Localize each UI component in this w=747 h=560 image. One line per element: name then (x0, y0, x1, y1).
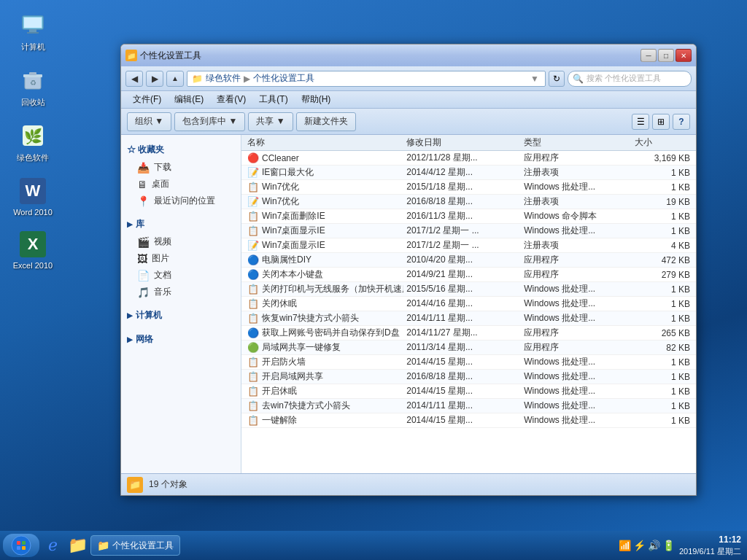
taskbar-explorer-icon[interactable]: 📁 (66, 534, 89, 557)
menu-edit[interactable]: 编辑(E) (169, 92, 209, 107)
excel-icon-label: Excel 2010 (13, 261, 53, 270)
table-row[interactable]: 📝 Win7优化 2016/8/18 星期... 注册表项 19 KB (241, 195, 696, 209)
start-button[interactable] (3, 534, 39, 557)
file-size-cell: 1 KB (632, 372, 693, 382)
menu-bar: 文件(F) 编辑(E) 查看(V) 工具(T) 帮助(H) (121, 91, 696, 109)
include-library-button[interactable]: 包含到库中 ▼ (174, 112, 245, 131)
table-row[interactable]: 📋 Win7优化 2015/1/18 星期... Windows 批处理... … (241, 180, 696, 195)
menu-file[interactable]: 文件(F) (127, 92, 167, 107)
taskbar-battery-icon: 🔋 (662, 540, 675, 551)
file-date-cell: 2014/4/15 星期... (403, 414, 521, 427)
file-date-cell: 2017/1/2 星期一 ... (403, 239, 521, 252)
table-row[interactable]: 📋 Win7桌面显示IE 2017/1/2 星期一 ... Windows 批处… (241, 224, 696, 238)
sidebar-item-desktop[interactable]: 🖥 桌面 (121, 176, 241, 192)
video-icon: 🎬 (137, 236, 150, 248)
forward-button[interactable]: ▶ (146, 71, 163, 87)
sidebar-item-video[interactable]: 🎬 视频 (121, 233, 241, 250)
sidebar-item-pictures[interactable]: 🖼 图片 (121, 250, 241, 267)
svg-rect-11 (17, 541, 20, 545)
status-bar: 📁 19 个对象 (121, 473, 696, 495)
file-rows-container: 🔴 CCleaner 2012/11/28 星期... 应用程序 3,169 K… (241, 151, 696, 428)
file-icon: 🟢 (247, 342, 259, 353)
view-details-button[interactable]: ☰ (632, 114, 649, 130)
title-bar-left: 📁 个性化设置工具 (125, 50, 640, 62)
table-row[interactable]: 📋 一键解除 2014/4/15 星期... Windows 批处理... 1 … (241, 413, 696, 428)
file-type-cell: 注册表项 (521, 166, 631, 179)
sidebar-item-download[interactable]: 📥 下载 (121, 159, 241, 176)
help-button[interactable]: ? (673, 114, 690, 130)
file-icon: 📝 (247, 167, 259, 178)
table-row[interactable]: 📋 恢复win7快捷方式小箭头 2014/1/11 星期... Windows … (241, 311, 696, 326)
desktop-icon-green[interactable]: 🌿 绿色软件 (7, 118, 58, 166)
network-section[interactable]: ▶ 网络 (121, 330, 241, 349)
address-bar[interactable]: 📁 绿色软件 ▶ 个性化设置工具 ▼ (187, 71, 546, 87)
up-button[interactable]: ▲ (166, 71, 184, 87)
computer-icon (18, 10, 47, 39)
file-name-cell: 📝 Win7优化 (244, 195, 403, 208)
table-row[interactable]: 📋 开启局域网共享 2016/8/18 星期... Windows 批处理...… (241, 370, 696, 384)
breadcrumb-part1[interactable]: 绿色软件 (206, 72, 241, 85)
file-name-cell: 📋 一键解除 (244, 414, 403, 427)
table-row[interactable]: 📋 开启休眠 2014/4/15 星期... Windows 批处理... 1 … (241, 384, 696, 399)
word-icon: W (18, 176, 47, 206)
green-icon: 🌿 (18, 121, 47, 150)
svg-point-10 (12, 536, 31, 555)
table-row[interactable]: 📝 IE窗口最大化 2014/4/12 星期... 注册表项 1 KB (241, 166, 696, 180)
file-icon: 📋 (247, 357, 259, 368)
taskbar-clock[interactable]: 11:12 2019/6/11 星期二 (679, 534, 741, 557)
desktop-icon-excel[interactable]: X Excel 2010 (7, 227, 58, 273)
table-row[interactable]: 🟢 局域网共享一键修复 2011/3/14 星期... 应用程序 82 KB (241, 341, 696, 355)
table-row[interactable]: 🔵 电脑属性DIY 2010/4/20 星期... 应用程序 472 KB (241, 253, 696, 268)
view-icons-button[interactable]: ⊞ (652, 114, 670, 130)
search-box[interactable]: 🔍 搜索 个性化设置工具 (568, 71, 692, 87)
file-name-cell: 📋 关闭打印机与无线服务（加快开机速度） (244, 283, 403, 295)
taskbar-ie-icon[interactable]: ℯ (41, 534, 64, 557)
col-header-type[interactable]: 类型 (521, 136, 631, 149)
menu-tools[interactable]: 工具(T) (253, 92, 293, 107)
panel-divider-1 (121, 209, 241, 215)
table-row[interactable]: 📝 Win7桌面显示IE 2017/1/2 星期一 ... 注册表项 4 KB (241, 238, 696, 253)
minimize-button[interactable]: ─ (640, 49, 657, 62)
menu-help[interactable]: 帮助(H) (295, 92, 337, 107)
share-button[interactable]: 共享 ▼ (248, 112, 293, 131)
sidebar-item-music[interactable]: 🎵 音乐 (121, 284, 241, 300)
file-icon: 🔵 (247, 269, 259, 280)
refresh-button[interactable]: ↻ (549, 71, 565, 87)
breadcrumb-part2[interactable]: 个性化设置工具 (253, 72, 314, 85)
library-section[interactable]: ▶ 库 (121, 215, 241, 233)
address-dropdown-arrow[interactable]: ▼ (530, 74, 539, 84)
svg-rect-6 (29, 72, 36, 75)
desktop-icon-recycle[interactable]: ♻ 回收站 (7, 63, 58, 111)
desktop-icon-computer[interactable]: 计算机 (7, 7, 58, 55)
col-header-name[interactable]: 名称 (244, 136, 403, 149)
close-button[interactable]: ✕ (676, 49, 692, 62)
new-folder-button[interactable]: 新建文件夹 (296, 112, 356, 131)
table-row[interactable]: 📋 Win7桌面删除IE 2016/11/3 星期... Windows 命令脚… (241, 209, 696, 224)
desktop-icon-word[interactable]: W Word 2010 (7, 174, 58, 219)
back-button[interactable]: ◀ (125, 71, 143, 87)
file-name: 关闭休眠 (262, 298, 297, 310)
svg-text:♻: ♻ (30, 79, 36, 87)
table-row[interactable]: 📋 开启防火墙 2014/4/15 星期... Windows 批处理... 1… (241, 355, 696, 370)
taskbar-window-button[interactable]: 📁 个性化设置工具 (90, 535, 180, 556)
desktop-icon-small: 🖥 (137, 179, 147, 190)
col-header-size[interactable]: 大小 (632, 136, 693, 149)
sidebar-item-documents[interactable]: 📄 文档 (121, 267, 241, 284)
file-date-cell: 2014/4/15 星期... (403, 356, 521, 368)
table-row[interactable]: 🔵 关闭本本小键盘 2014/9/21 星期... 应用程序 279 KB (241, 268, 696, 282)
favorites-section[interactable]: ☆ 收藏夹 (121, 141, 241, 159)
file-name: 开启休眠 (262, 385, 297, 397)
table-row[interactable]: 🔴 CCleaner 2012/11/28 星期... 应用程序 3,169 K… (241, 151, 696, 166)
computer-section[interactable]: ▶ 计算机 (121, 306, 241, 324)
file-type-cell: Windows 批处理... (521, 298, 631, 310)
table-row[interactable]: 🔵 获取上网账号密码并自动保存到D盘 2014/11/27 星期... 应用程序… (241, 326, 696, 341)
download-icon: 📥 (137, 162, 150, 174)
sidebar-item-recent[interactable]: 📍 最近访问的位置 (121, 192, 241, 209)
table-row[interactable]: 📋 去win7快捷方式小箭头 2014/1/11 星期... Windows 批… (241, 399, 696, 413)
menu-view[interactable]: 查看(V) (211, 92, 252, 107)
maximize-button[interactable]: □ (658, 49, 674, 62)
table-row[interactable]: 📋 关闭休眠 2014/4/16 星期... Windows 批处理... 1 … (241, 297, 696, 311)
table-row[interactable]: 📋 关闭打印机与无线服务（加快开机速度） 2015/5/16 星期... Win… (241, 282, 696, 297)
col-header-date[interactable]: 修改日期 (403, 136, 521, 149)
organize-button[interactable]: 组织 ▼ (127, 112, 171, 131)
